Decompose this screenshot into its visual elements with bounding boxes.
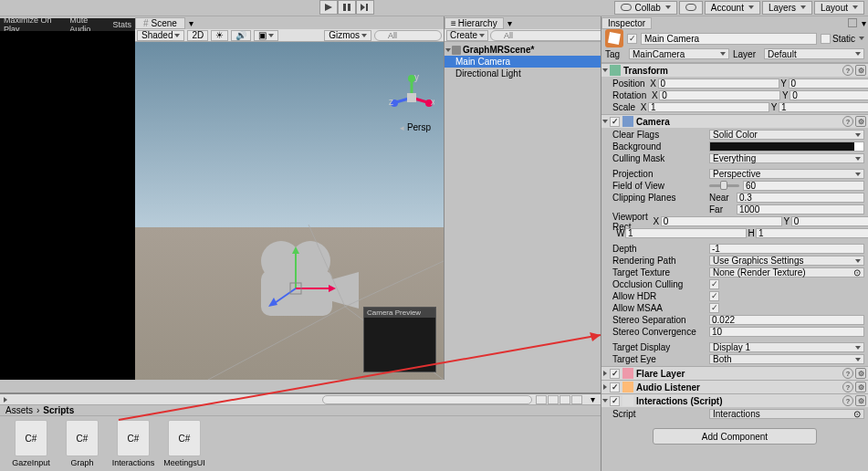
static-checkbox[interactable] [821,34,831,44]
camera-gizmo-icon[interactable] [245,234,363,334]
camera-enabled-checkbox[interactable] [610,117,620,127]
msaa-checkbox[interactable] [709,303,719,313]
stereo-sep-field[interactable] [709,315,864,325]
filter-icon[interactable] [559,395,570,404]
2d-toggle[interactable]: 2D [187,30,208,41]
target-eye-dropdown[interactable]: Both [709,354,864,364]
panel-menu-icon[interactable]: ▾ [506,17,515,28]
foldout-icon[interactable] [602,399,608,403]
lock-icon[interactable] [848,18,857,27]
gameobject-name-field[interactable] [641,33,817,45]
help-icon[interactable]: ? [842,395,853,406]
filter-icon[interactable] [548,395,559,404]
flare-enabled-checkbox[interactable] [610,369,620,379]
gear-icon[interactable]: ⚙ [855,395,866,406]
draw-mode-dropdown[interactable]: Shaded [137,30,184,41]
add-component-button[interactable]: Add Component [653,428,817,445]
scl-x[interactable] [648,102,769,112]
crumb-scripts[interactable]: Scripts [43,405,74,415]
services-button[interactable] [679,1,703,15]
scene-search[interactable] [374,30,442,41]
foldout-icon[interactable] [603,371,607,376]
pos-x[interactable] [658,78,779,89]
target-tex-field[interactable]: None (Render Texture)⊙ [709,267,864,277]
tag-dropdown[interactable]: MainCamera [629,48,729,59]
play-button[interactable] [319,0,338,15]
foldout-icon[interactable] [445,48,451,52]
script-field[interactable]: Interactions⊙ [709,409,864,419]
asset-graph[interactable]: C#Graph [62,420,102,467]
asset-interactions[interactable]: C#Interactions [113,420,153,467]
fov-slider[interactable] [709,184,739,187]
asset-gazeinput[interactable]: C#GazeInput [11,420,51,467]
fov-field[interactable] [743,181,864,191]
stats-toggle[interactable]: Stats [112,20,131,29]
interactions-enabled-checkbox[interactable] [610,396,620,406]
asset-meetingsui[interactable]: C#MeetingsUI [164,420,204,467]
vp-x[interactable] [661,216,782,226]
scene-viewport[interactable]: xyz ◂ Persp Camera Preview [135,42,444,380]
background-color-field[interactable] [709,141,864,152]
pos-y[interactable] [789,78,868,89]
hierarchy-item-directional-light[interactable]: Directional Light [444,68,601,79]
foldout-icon[interactable] [602,68,608,72]
fx-toggle[interactable]: ▣ [254,30,278,41]
vp-y[interactable] [791,216,868,226]
gear-icon[interactable]: ⚙ [855,368,866,379]
vp-w[interactable] [625,228,747,238]
foldout-icon[interactable] [4,397,7,403]
occlusion-checkbox[interactable] [709,279,719,289]
layers-button[interactable]: Layers [762,1,812,15]
chevron-down-icon[interactable] [859,37,864,40]
audio-enabled-checkbox[interactable] [610,382,620,392]
foldout-icon[interactable] [603,384,607,390]
help-icon[interactable]: ? [842,382,853,392]
audio-toggle[interactable]: 🔊 [231,30,251,41]
panel-menu-icon[interactable]: ▾ [187,17,196,28]
depth-field[interactable] [709,244,864,254]
gear-icon[interactable]: ⚙ [855,65,866,76]
orientation-gizmo-icon[interactable]: xyz [389,75,434,120]
tab-hierarchy[interactable]: ≡Hierarchy [444,17,504,29]
tab-scene[interactable]: #Scene [135,17,185,29]
far-field[interactable] [737,204,864,215]
account-button[interactable]: Account [705,1,760,15]
save-search-icon[interactable] [571,395,582,404]
help-icon[interactable]: ? [842,116,853,127]
near-field[interactable] [737,193,864,203]
target-display-dropdown[interactable]: Display 1 [709,342,864,352]
filter-icon[interactable] [536,395,547,404]
step-button[interactable] [356,0,374,15]
pause-button[interactable] [338,0,356,15]
render-path-dropdown[interactable]: Use Graphics Settings [709,256,864,266]
scene-root[interactable]: GraphMRScene* [444,44,601,56]
project-search[interactable] [322,395,532,404]
rot-y[interactable] [790,90,868,100]
gizmos-dropdown[interactable]: Gizmos [324,30,371,41]
panel-menu-icon[interactable]: ▾ [588,394,597,405]
gear-icon[interactable]: ⚙ [855,382,866,392]
hierarchy-item-main-camera[interactable]: Main Camera [444,56,601,68]
scl-y[interactable] [779,102,868,112]
tab-inspector[interactable]: Inspector [601,17,652,29]
foldout-icon[interactable] [602,120,608,123]
layout-button[interactable]: Layout [814,1,864,15]
stereo-conv-field[interactable] [709,327,864,337]
help-icon[interactable]: ? [842,65,853,76]
active-checkbox[interactable] [627,34,637,44]
collab-button[interactable]: Collab [614,1,676,15]
panel-menu-icon[interactable]: ▾ [859,17,868,28]
projection-dropdown[interactable]: Perspective [709,169,864,179]
help-icon[interactable]: ? [842,368,853,379]
gear-icon[interactable]: ⚙ [855,116,866,127]
rot-x[interactable] [659,90,780,100]
layer-dropdown[interactable]: Default [764,48,864,59]
clear-flags-dropdown[interactable]: Solid Color [709,130,864,140]
perspective-label[interactable]: ◂ Persp [400,122,431,132]
crumb-assets[interactable]: Assets [5,405,33,415]
vp-h[interactable] [756,228,868,238]
hdr-checkbox[interactable] [709,291,719,301]
create-dropdown[interactable]: Create [446,30,488,41]
lighting-toggle[interactable]: ☀ [211,30,228,41]
culling-dropdown[interactable]: Everything [709,153,864,163]
